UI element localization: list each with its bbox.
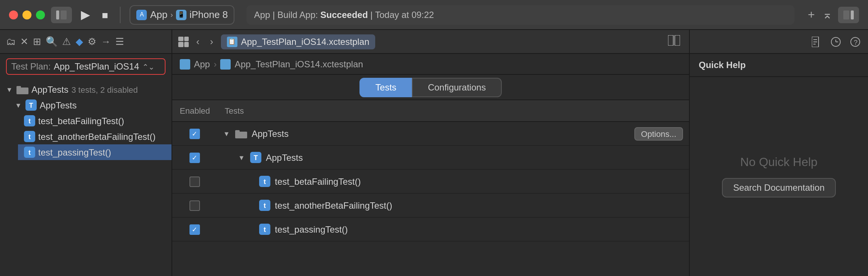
svg-rect-5 <box>16 86 21 89</box>
scheme-selector[interactable]: A App › 📱 iPhone 8 <box>130 5 235 24</box>
t-badge-icon: t <box>24 115 35 126</box>
xctestplan-icon: 📋 <box>227 36 237 47</box>
run-button[interactable]: ▶ <box>78 7 93 22</box>
file-tab[interactable]: 📋 App_TestPlan_iOS14.xctestplan <box>221 34 375 49</box>
table-row: t test_passingTest() <box>172 218 689 242</box>
test-plan-name-label: App_TestPlan_iOS14 <box>54 61 139 72</box>
grid-icon[interactable]: ⊞ <box>33 36 41 47</box>
left-sidebar: 🗂 ✕ ⊞ 🔍 ⚠ ◆ ⚙ → ☰ Test Plan: App_TestPla… <box>0 30 172 276</box>
tab-bar: Tests Configurations <box>172 75 689 100</box>
device-label: iPhone 8 <box>189 9 228 20</box>
check-cell <box>172 221 217 237</box>
t-badge-icon: T <box>250 152 261 163</box>
right-toolbar: ? <box>690 30 868 54</box>
separator <box>120 6 121 23</box>
tab-tests[interactable]: Tests <box>360 77 412 97</box>
checkbox[interactable] <box>189 176 200 187</box>
checkbox[interactable] <box>189 128 200 139</box>
test-plan-selector[interactable]: Test Plan: App_TestPlan_iOS14 ⌃⌄ <box>6 58 166 75</box>
breadcrumb-app[interactable]: App <box>194 59 210 69</box>
center-toolbar: ‹ › 📋 App_TestPlan_iOS14.xctestplan <box>172 30 689 54</box>
device-icon: 📱 <box>176 9 186 20</box>
t-badge-icon: t <box>24 131 35 142</box>
warning-icon[interactable]: ⚠ <box>62 36 71 47</box>
sidebar-item-apptests-class[interactable]: ▼ T AppTests <box>9 97 172 113</box>
options-button[interactable]: Options... <box>634 127 683 140</box>
forward-button[interactable]: › <box>207 34 216 49</box>
sidebar-toggle-button[interactable] <box>51 6 72 23</box>
sidebar-toolbar: 🗂 ✕ ⊞ 🔍 ⚠ ◆ ⚙ → ☰ <box>0 30 172 54</box>
svg-rect-0 <box>56 10 59 19</box>
tests-table: Enabled Tests ▼ AppTests Options... <box>172 100 689 276</box>
return-button[interactable]: ⌅ <box>821 6 834 23</box>
test-label: test_anotherBetaFailingTest() <box>38 131 156 142</box>
name-cell: t test_passingTest() <box>217 221 689 238</box>
t-badge-icon: t <box>259 200 270 211</box>
col-enabled-header: Enabled <box>172 103 217 118</box>
help-icon[interactable]: ? <box>849 35 862 48</box>
grid-view-icon[interactable] <box>178 36 189 47</box>
status-text: App | Build App: Succeeded | Today at 09… <box>254 9 434 20</box>
search-icon[interactable]: 🔍 <box>46 36 58 47</box>
test-plan-prefix-label: Test Plan: <box>11 61 51 72</box>
quick-help-content: No Quick Help Search Documentation <box>690 77 868 276</box>
svg-text:?: ? <box>854 39 858 46</box>
breadcrumb: App › App_TestPlan_iOS14.xctestplan <box>172 54 689 75</box>
row-label: AppTests <box>252 128 289 139</box>
inspector-toggle-button[interactable] <box>838 6 859 23</box>
maximize-button[interactable] <box>36 10 45 19</box>
chevron-up-down-icon: ⌃⌄ <box>142 62 154 71</box>
chevron-down-icon: ▼ <box>6 86 13 93</box>
class-label: AppTests <box>40 100 77 110</box>
checkbox[interactable] <box>189 152 200 163</box>
quick-help-title: Quick Help <box>699 60 746 70</box>
sidebar-item-apptests-group[interactable]: ▼ AppTests 3 tests, 2 disabled <box>0 82 172 97</box>
add-button[interactable]: + <box>806 6 816 23</box>
scheme-label: App <box>150 9 167 20</box>
sidebar-item-beta-failing[interactable]: t test_betaFailingTest() <box>18 113 172 129</box>
sidebar-item-passing[interactable]: t test_passingTest() <box>18 144 172 160</box>
row-label: test_anotherBetaFailingTest() <box>275 200 392 211</box>
table-row: t test_betaFailingTest() <box>172 170 689 194</box>
t-badge-icon: t <box>24 147 35 158</box>
list-icon[interactable]: ☰ <box>115 36 124 47</box>
checkbox[interactable] <box>189 224 200 234</box>
tab-configurations[interactable]: Configurations <box>412 77 502 97</box>
x-mark-icon[interactable]: ✕ <box>20 36 28 47</box>
table-row: ▼ AppTests Options... <box>172 122 689 146</box>
folder-icon[interactable]: 🗂 <box>6 36 16 47</box>
sidebar-item-another-beta-failing[interactable]: t test_anotherBetaFailingTest() <box>18 129 172 144</box>
file-inspector-icon[interactable] <box>810 35 823 48</box>
arrow-icon[interactable]: → <box>101 36 111 47</box>
titlebar-right: + ⌅ <box>806 6 859 23</box>
test-label: test_betaFailingTest() <box>38 116 124 126</box>
diamond-icon[interactable]: ◆ <box>76 36 83 47</box>
checkbox[interactable] <box>189 200 200 211</box>
table-row: ▼ T AppTests <box>172 146 689 170</box>
stop-button[interactable]: ■ <box>99 9 111 21</box>
minimize-button[interactable] <box>22 10 31 19</box>
gear-icon[interactable]: ⚙ <box>88 36 97 47</box>
check-cell <box>172 173 217 190</box>
close-button[interactable] <box>9 10 18 19</box>
table-row: t test_anotherBetaFailingTest() <box>172 194 689 218</box>
row-label: AppTests <box>266 152 303 163</box>
chevron-down-icon: ▼ <box>223 130 231 137</box>
chevron-right-icon: › <box>170 10 173 19</box>
svg-rect-3 <box>851 10 854 19</box>
breadcrumb-separator: › <box>214 59 217 69</box>
split-editor-button[interactable] <box>665 34 683 49</box>
breadcrumb-file[interactable]: App_TestPlan_iOS14.xctestplan <box>235 59 363 69</box>
t-badge-icon: t <box>259 224 270 235</box>
svg-rect-9 <box>235 130 240 133</box>
t-badge-icon: T <box>25 99 37 111</box>
row-label: test_passingTest() <box>275 224 348 234</box>
search-documentation-button[interactable]: Search Documentation <box>722 178 836 197</box>
back-button[interactable]: ‹ <box>193 34 203 49</box>
table-header: Enabled Tests <box>172 100 689 122</box>
check-cell <box>172 197 217 214</box>
name-cell: ▼ T AppTests <box>217 149 689 166</box>
history-icon[interactable] <box>829 35 843 48</box>
no-quick-help-label: No Quick Help <box>740 156 817 169</box>
file-tab-label: App_TestPlan_iOS14.xctestplan <box>241 36 369 47</box>
